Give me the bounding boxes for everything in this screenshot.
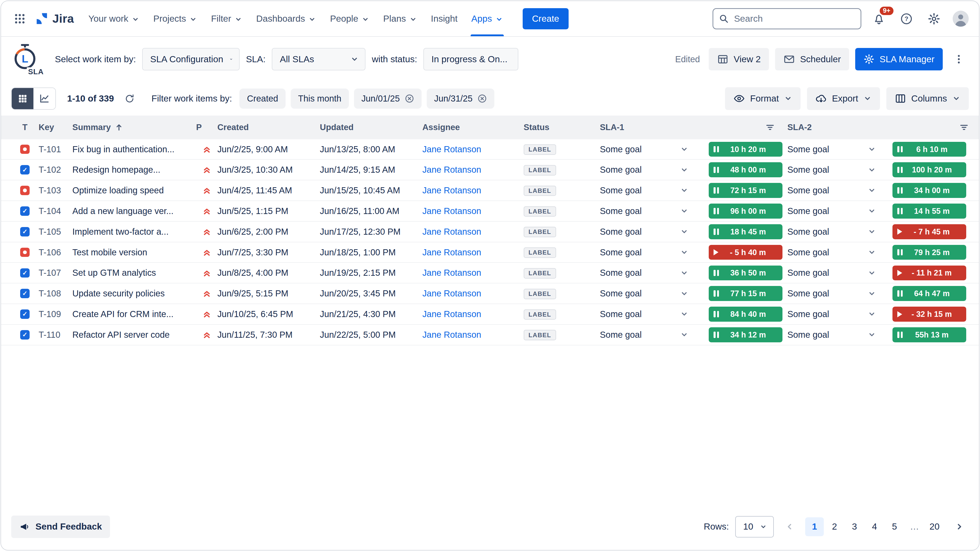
nav-item-dashboards[interactable]: Dashboards: [249, 1, 323, 36]
issue-summary-link[interactable]: Redesign homepage...: [73, 165, 196, 175]
sla-select[interactable]: All SLAs: [272, 48, 366, 70]
filter-chip[interactable]: Jun/01/25: [354, 89, 422, 108]
sla-goal-select[interactable]: Some goal: [600, 248, 695, 257]
sla-goal-select[interactable]: Some goal: [788, 227, 882, 237]
sla-goal-select[interactable]: Some goal: [788, 144, 882, 154]
filter-icon[interactable]: [959, 123, 969, 132]
work-item-by-select[interactable]: SLA Configuration: [142, 48, 240, 70]
nav-item-projects[interactable]: Projects: [146, 1, 204, 36]
issue-summary-link[interactable]: Test mobile version: [73, 248, 196, 257]
assignee-link[interactable]: Jane Rotanson: [422, 165, 524, 175]
status-badge[interactable]: LABEL: [524, 165, 556, 176]
view-button[interactable]: View 2: [709, 48, 769, 70]
chart-view-button[interactable]: [33, 88, 56, 109]
assignee-link[interactable]: Jane Rotanson: [422, 330, 524, 340]
header-priority[interactable]: P: [196, 122, 217, 132]
status-badge[interactable]: LABEL: [524, 227, 556, 237]
header-sla2[interactable]: SLA-2: [788, 122, 971, 132]
sla-goal-select[interactable]: Some goal: [788, 289, 882, 299]
status-badge[interactable]: LABEL: [524, 330, 556, 340]
sla-goal-select[interactable]: Some goal: [788, 165, 882, 175]
issue-summary-link[interactable]: Fix bug in authentication...: [73, 144, 196, 154]
sla-goal-select[interactable]: Some goal: [600, 227, 695, 237]
status-badge[interactable]: LABEL: [524, 144, 556, 155]
assignee-link[interactable]: Jane Rotanson: [422, 144, 524, 154]
issue-summary-link[interactable]: Update security policies: [73, 289, 196, 299]
next-page-button[interactable]: [950, 517, 969, 536]
table-row[interactable]: T-104 Add a new language ver... Jun/5/25…: [1, 201, 979, 222]
issue-summary-link[interactable]: Implement two-factor a...: [73, 227, 196, 237]
sla-goal-select[interactable]: Some goal: [600, 268, 695, 278]
table-row[interactable]: T-106 Test mobile version Jun/7/25, 3:30…: [1, 242, 979, 263]
more-options-button[interactable]: [949, 49, 969, 69]
filter-icon[interactable]: [765, 123, 775, 132]
sla-goal-select[interactable]: Some goal: [600, 289, 695, 299]
export-button[interactable]: Export: [807, 87, 880, 110]
refresh-button[interactable]: [121, 91, 138, 107]
assignee-link[interactable]: Jane Rotanson: [422, 248, 524, 257]
filter-chip[interactable]: Jun/31/25: [427, 89, 495, 108]
nav-item-filter[interactable]: Filter: [204, 1, 249, 36]
status-badge[interactable]: LABEL: [524, 310, 556, 320]
sla-goal-select[interactable]: Some goal: [600, 144, 695, 154]
sla-goal-select[interactable]: Some goal: [788, 268, 882, 278]
header-created[interactable]: Created: [218, 122, 320, 132]
nav-item-insight[interactable]: Insight: [424, 1, 464, 36]
jira-logo[interactable]: Jira: [34, 12, 78, 25]
sla-goal-select[interactable]: Some goal: [600, 206, 695, 216]
sla-goal-select[interactable]: Some goal: [600, 309, 695, 319]
grid-view-button[interactable]: [12, 88, 34, 109]
table-row[interactable]: T-102 Redesign homepage... Jun/3/25, 10:…: [1, 160, 979, 180]
page-button-2[interactable]: 2: [825, 517, 844, 536]
table-row[interactable]: T-110 Refactor API server code Jun/11/25…: [1, 325, 979, 345]
page-button-1[interactable]: 1: [805, 517, 824, 536]
rows-per-page-select[interactable]: 10: [735, 516, 774, 537]
sla-manager-button[interactable]: SLA Manager: [855, 48, 942, 70]
status-select[interactable]: In progress & On...: [423, 48, 518, 70]
header-sla1[interactable]: SLA-1: [600, 122, 788, 132]
issue-summary-link[interactable]: Refactor API server code: [73, 330, 196, 340]
header-summary[interactable]: Summary: [73, 122, 196, 132]
page-button-4[interactable]: 4: [865, 517, 884, 536]
assignee-link[interactable]: Jane Rotanson: [422, 206, 524, 216]
settings-button[interactable]: [924, 9, 944, 29]
nav-item-apps[interactable]: Apps: [465, 1, 510, 36]
page-button-20[interactable]: 20: [925, 517, 944, 536]
issue-summary-link[interactable]: Optimize loading speed: [73, 186, 196, 195]
remove-chip-icon[interactable]: [477, 94, 487, 103]
assignee-link[interactable]: Jane Rotanson: [422, 186, 524, 195]
header-type[interactable]: T: [11, 122, 39, 132]
search-input[interactable]: [713, 8, 861, 29]
nav-item-plans[interactable]: Plans: [376, 1, 424, 36]
issue-summary-link[interactable]: Create API for CRM inte...: [73, 309, 196, 319]
sla-goal-select[interactable]: Some goal: [788, 248, 882, 257]
sla-goal-select[interactable]: Some goal: [788, 330, 882, 340]
previous-page-button[interactable]: [780, 517, 799, 536]
status-badge[interactable]: LABEL: [524, 206, 556, 217]
page-button-5[interactable]: 5: [885, 517, 904, 536]
status-badge[interactable]: LABEL: [524, 268, 556, 279]
assignee-link[interactable]: Jane Rotanson: [422, 268, 524, 278]
sla-goal-select[interactable]: Some goal: [788, 206, 882, 216]
create-button[interactable]: Create: [523, 8, 569, 29]
table-row[interactable]: T-108 Update security policies Jun/9/25,…: [1, 283, 979, 304]
send-feedback-button[interactable]: Send Feedback: [11, 516, 110, 538]
assignee-link[interactable]: Jane Rotanson: [422, 289, 524, 299]
status-badge[interactable]: LABEL: [524, 186, 556, 196]
app-switcher-button[interactable]: [10, 9, 30, 29]
format-button[interactable]: Format: [725, 87, 800, 110]
assignee-link[interactable]: Jane Rotanson: [422, 227, 524, 237]
nav-item-your-work[interactable]: Your work: [81, 1, 146, 36]
assignee-link[interactable]: Jane Rotanson: [422, 309, 524, 319]
header-status[interactable]: Status: [524, 122, 600, 132]
sla-goal-select[interactable]: Some goal: [788, 186, 882, 195]
profile-button[interactable]: [951, 9, 970, 28]
nav-item-people[interactable]: People: [323, 1, 376, 36]
status-badge[interactable]: LABEL: [524, 289, 556, 299]
issue-summary-link[interactable]: Add a new language ver...: [73, 206, 196, 216]
sla-goal-select[interactable]: Some goal: [600, 330, 695, 340]
sla-goal-select[interactable]: Some goal: [600, 186, 695, 195]
header-updated[interactable]: Updated: [320, 122, 422, 132]
filter-chip[interactable]: Created: [239, 89, 286, 108]
help-button[interactable]: ?: [896, 9, 916, 29]
